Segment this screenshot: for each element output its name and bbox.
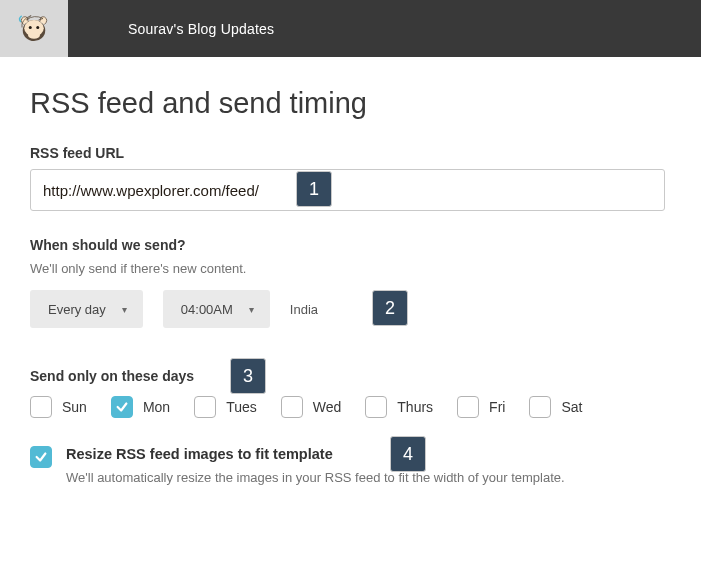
day-checkbox[interactable] [365, 396, 387, 418]
resize-images-desc: We'll automatically resize the images in… [66, 470, 565, 485]
mailchimp-logo-icon [16, 11, 52, 47]
resize-images-checkbox[interactable] [30, 446, 52, 468]
day-checkbox[interactable] [529, 396, 551, 418]
frequency-value: Every day [48, 302, 106, 317]
day-label: Fri [489, 399, 505, 415]
day-label: Tues [226, 399, 257, 415]
day-item[interactable]: Fri [457, 396, 505, 418]
svg-point-4 [36, 26, 39, 29]
timezone-label: India [290, 302, 318, 317]
day-label: Wed [313, 399, 342, 415]
svg-point-3 [29, 26, 32, 29]
day-checkbox[interactable] [457, 396, 479, 418]
rss-url-label: RSS feed URL [30, 145, 671, 161]
days-label: Send only on these days [30, 368, 194, 384]
day-checkbox[interactable] [194, 396, 216, 418]
schedule-label: When should we send? [30, 237, 671, 253]
day-item[interactable]: Sat [529, 396, 582, 418]
chevron-down-icon: ▾ [122, 304, 127, 315]
day-item[interactable]: Thurs [365, 396, 433, 418]
page-title: RSS feed and send timing [30, 87, 671, 120]
top-bar: Sourav's Blog Updates [0, 0, 701, 57]
svg-point-2 [28, 31, 40, 39]
day-checkbox[interactable] [111, 396, 133, 418]
day-item[interactable]: Sun [30, 396, 87, 418]
day-checkbox[interactable] [30, 396, 52, 418]
time-value: 04:00AM [181, 302, 233, 317]
rss-url-input[interactable] [30, 169, 665, 211]
frequency-select[interactable]: Every day ▾ [30, 290, 143, 328]
day-item[interactable]: Mon [111, 396, 170, 418]
day-label: Sun [62, 399, 87, 415]
logo-cell [0, 0, 68, 57]
day-item[interactable]: Tues [194, 396, 257, 418]
breadcrumb[interactable]: Sourav's Blog Updates [68, 21, 274, 37]
resize-images-title: Resize RSS feed images to fit template [66, 446, 333, 462]
day-label: Thurs [397, 399, 433, 415]
time-select[interactable]: 04:00AM ▾ [163, 290, 270, 328]
days-row: SunMonTuesWedThursFriSat [30, 396, 671, 418]
annotation-2: 2 [372, 290, 408, 326]
day-item[interactable]: Wed [281, 396, 342, 418]
day-label: Sat [561, 399, 582, 415]
schedule-hint: We'll only send if there's new content. [30, 261, 671, 276]
day-checkbox[interactable] [281, 396, 303, 418]
day-label: Mon [143, 399, 170, 415]
chevron-down-icon: ▾ [249, 304, 254, 315]
